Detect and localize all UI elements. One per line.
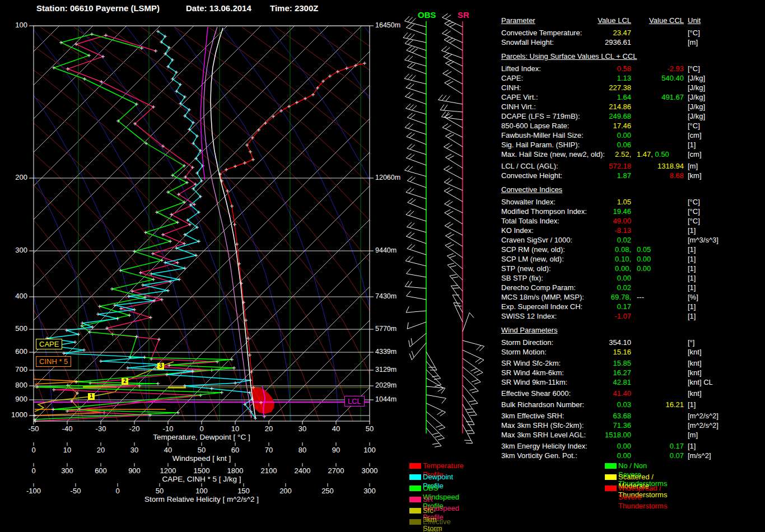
svg-text:-30: -30 (96, 424, 106, 433)
svg-text:1044m: 1044m (375, 395, 397, 403)
unit-label: [1] (688, 273, 696, 283)
value-lcl: 1.64 (557, 92, 631, 102)
unit-label: [J/kg] (688, 83, 705, 92)
value-text: 0.06 (617, 141, 631, 149)
parameters-table: Parameter Value LCL Value CCL Unit Conve… (501, 16, 764, 460)
value-lcl: 41.40 (557, 389, 631, 398)
table-row: Craven SigSvr / 1000:0.02[m^3/s^3] (501, 235, 764, 245)
value-lcl: 1518.00 (557, 430, 631, 440)
svg-text:800: 800 (15, 381, 27, 389)
svg-text:900: 900 (128, 466, 141, 475)
svg-text:600: 600 (95, 466, 107, 475)
table-section-header: Parcels: Using Surface Values LCL + CCL (501, 52, 764, 61)
value-text: 2936.61 (605, 38, 631, 46)
value-lcl: 0.03 (557, 400, 631, 409)
wind-column-obs (403, 16, 446, 447)
value-lcl: 0.00, (557, 264, 631, 273)
lcl-box-label: LCL (344, 396, 365, 407)
unit-label: [1] (688, 400, 696, 409)
table-row: Bulk Richardson Number:0.0316.21[1] (501, 400, 764, 409)
value-lcl: 0.00 (557, 451, 631, 460)
value-lcl: 2.52, (557, 150, 631, 159)
svg-text:2400: 2400 (295, 466, 311, 475)
svg-text:0: 0 (31, 466, 35, 475)
svg-text:-20: -20 (129, 424, 140, 433)
value-lcl: 0.00 (557, 130, 631, 140)
value-text: 491.67 (661, 93, 684, 101)
sounding-viewer: 10016450m20012060m3009440m4007430m500577… (0, 0, 765, 532)
table-row: Storm Motion:15.16[knt] (501, 347, 764, 357)
sr-column-label: SR (458, 10, 469, 20)
value-text: 0.00, (615, 264, 631, 273)
table-header: Parameter Value LCL Value CCL Unit (501, 16, 764, 25)
svg-text:-40: -40 (62, 424, 73, 433)
unit-label: [°] (688, 338, 694, 347)
unit-label: [°C] (688, 197, 700, 207)
table-row: Snowfall Height:2936.61[m] (501, 38, 764, 47)
param-label: Storm Motion: (501, 347, 547, 357)
value-lcl: -1.07 (557, 311, 631, 321)
unit-label: [J/kg] (688, 102, 705, 111)
unit-label: [1] (688, 441, 696, 451)
table-row: 3km Effective SRH:63.68[m^2/s^2] (501, 411, 764, 421)
value-text: 0.50 (655, 150, 669, 158)
value-text: 8.68 (670, 171, 684, 180)
param-label: Storm Direction: (501, 338, 553, 347)
value-lcl: 227.38 (557, 83, 631, 92)
svg-text:9440m: 9440m (375, 246, 397, 254)
table-row: Storm Direction:354.10[°] (501, 338, 764, 347)
table-row: Max 3km SRH (Sfc-2km):71.36[m^2/s^2] (501, 421, 764, 430)
unit-label: [m^3/s^3] (688, 235, 719, 245)
value-text: 0.02 (617, 283, 631, 292)
legend-swatch-icon (605, 474, 617, 480)
svg-text:CAPE, CINH * 5 [ J/kg ]: CAPE, CINH * 5 [ J/kg ] (162, 475, 241, 483)
table-row: SB STP (fix):0.00[1] (501, 273, 764, 283)
cinh-box-label: CINH * 5 (36, 356, 71, 367)
value-text: 0.00 (617, 451, 631, 460)
value-lcl: 1.05 (557, 197, 631, 207)
param-label: STP (new, old): (501, 264, 551, 273)
table-row: SR Wind 4km-6km:16.27[knt] (501, 368, 764, 377)
svg-text:1000: 1000 (11, 410, 27, 419)
table-row: DCAPE (LFS = 719mB):249.68[J/kg] (501, 111, 764, 121)
table-row: Sig. Hail Param. (SHIP):0.06[1] (501, 140, 764, 150)
value-ccl: 0.07 (634, 451, 684, 460)
legend-swatch-icon (409, 508, 421, 514)
svg-text:300: 300 (61, 466, 73, 475)
svg-text:250: 250 (321, 487, 334, 495)
param-label: Showalter Index: (501, 197, 556, 207)
value-text: 214.86 (609, 102, 631, 111)
value-lcl: 17.46 (557, 121, 631, 130)
param-label: SCP LM (new, old): (501, 254, 564, 264)
unit-label: [1] (688, 254, 696, 264)
legend-swatch-icon (409, 474, 421, 480)
title-date: Date: 13.06.2014 (186, 3, 251, 13)
unit-label: [1] (688, 264, 696, 273)
value-lcl: 572.18 (557, 161, 631, 171)
value-text: 23.47 (613, 29, 631, 37)
unit-label: [J/kg] (688, 111, 705, 121)
value-text: 540.40 (661, 74, 684, 82)
svg-text:200: 200 (279, 487, 292, 495)
x-axis-3: -100-50050100150200250300Storm Relative … (26, 483, 376, 503)
value-ccl: 0.17 (634, 441, 684, 451)
value-text: 19.46 (613, 207, 631, 216)
svg-text:16450m: 16450m (375, 21, 400, 29)
unit-label: [cm] (688, 130, 702, 140)
table-row: CAPE:1.13540.40[J/kg] (501, 73, 764, 83)
svg-text:1200: 1200 (160, 466, 176, 475)
svg-text:Windspeed [ knt ]: Windspeed [ knt ] (172, 454, 231, 463)
unit-label: [°C] (688, 64, 700, 73)
svg-text:10: 10 (63, 446, 71, 454)
value-text: 42.81 (613, 378, 631, 386)
table-row: Effective Shear 6000:41.40[knt] (501, 389, 764, 398)
svg-text:20: 20 (265, 424, 273, 433)
value-text: 71.36 (613, 421, 631, 430)
svg-text:-10: -10 (163, 424, 174, 433)
value-text: 1.13 (617, 74, 631, 82)
param-label: CINH: (501, 83, 521, 92)
value-lcl: -8.13 (557, 226, 631, 235)
value-lcl: 214.86 (557, 102, 631, 111)
value-text: 16.21 (665, 400, 684, 409)
unit-label: [knt] (688, 347, 702, 357)
